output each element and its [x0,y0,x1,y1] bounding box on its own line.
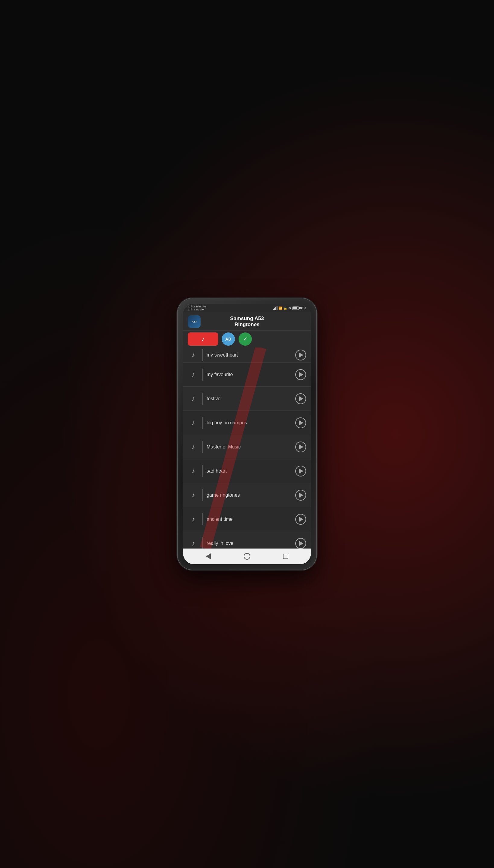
list-item[interactable]: ♪ festive [183,387,311,411]
signal-icon [273,306,278,310]
play-button[interactable] [295,514,306,525]
song-title: my favourite [207,372,292,377]
divider [202,349,203,361]
ad-bar: ♪ AD ✓ [183,331,311,348]
play-icon [299,445,303,449]
play-icon [299,493,303,498]
shield-icon: ✓ [243,336,248,342]
divider [202,465,203,477]
status-icons: 📶 🔒 ⚙ 8:53 [273,306,306,310]
recent-icon [283,554,288,559]
status-bar: China Telecom China Mobile 📶 🔒 ⚙ [183,304,311,312]
phone-wrapper: China Telecom China Mobile 📶 🔒 ⚙ [178,298,316,570]
list-item[interactable]: ♪ game ringtones [183,483,311,507]
list-item[interactable]: ♪ ancient time [183,507,311,531]
phone-screen: China Telecom China Mobile 📶 🔒 ⚙ [183,304,311,564]
music-note-icon: ♪ [188,351,199,359]
app-icon: A53 [188,315,201,328]
play-button[interactable] [295,417,306,428]
song-title: game ringtones [207,492,292,498]
song-title: really in love [207,541,292,546]
song-title: big boy on campus [207,420,292,426]
song-title: festive [207,396,292,401]
song-title: ancient time [207,517,292,522]
carrier1-label: China Telecom [188,305,206,308]
play-button[interactable] [295,441,306,452]
song-title: sad heart [207,468,292,474]
app-icon-label: A53 [192,320,197,323]
play-button[interactable] [295,350,306,360]
bluetooth-icon: ⚙ [288,307,291,310]
divider [202,369,203,381]
home-button[interactable] [243,552,251,560]
app-title-line2: Ringtones [204,321,290,328]
music-note-icon: ♪ [188,371,199,378]
battery-icon [292,307,299,310]
music-note-icon: ♪ [202,335,205,343]
play-icon [299,517,303,522]
home-icon [244,553,250,560]
music-note-icon: ♪ [188,491,199,499]
back-icon [206,553,211,559]
play-button[interactable] [295,538,306,549]
divider [202,441,203,453]
wifi-icon: 🔒 [284,307,287,310]
music-note-icon: ♪ [188,467,199,475]
carrier2-label: China Mobile [188,308,206,311]
list-item[interactable]: ♪ my favourite [183,362,311,387]
ad-shield[interactable]: ✓ [239,332,252,346]
music-note-icon: ♪ [188,515,199,523]
list-item[interactable]: ♪ big boy on campus [183,411,311,435]
song-list[interactable]: ♪ my sweetheart ♪ my favourite [183,348,311,549]
play-icon [299,372,303,377]
network-icon: 📶 [279,307,282,310]
divider [202,513,203,525]
list-item[interactable]: ♪ Master of Music [183,435,311,459]
play-icon [299,469,303,473]
song-title: Master of Music [207,444,292,450]
phone-frame: China Telecom China Mobile 📶 🔒 ⚙ [178,298,316,570]
navigation-bar [183,549,311,564]
music-note-icon: ♪ [188,395,199,403]
divider [202,489,203,501]
play-icon [299,396,303,401]
play-icon [299,420,303,425]
music-note-icon: ♪ [188,443,199,451]
divider [202,393,203,405]
play-icon [299,541,303,546]
play-icon [299,353,303,357]
app-header: A53 Samsung A53 Ringtones [183,312,311,331]
recent-button[interactable] [281,552,290,560]
time-display: 8:53 [300,307,306,310]
list-item[interactable]: ♪ my sweetheart [183,348,311,362]
play-button[interactable] [295,369,306,380]
app-icon-inner: A53 [188,315,201,328]
app-title: Samsung A53 Ringtones [204,316,290,328]
song-title: my sweetheart [207,352,292,358]
ad-music-button[interactable]: ♪ [188,332,218,346]
play-button[interactable] [295,466,306,476]
carrier-info: China Telecom China Mobile [188,305,206,311]
list-item[interactable]: ♪ sad heart [183,459,311,483]
play-button[interactable] [295,490,306,500]
app-title-line1: Samsung A53 [204,316,290,321]
play-button[interactable] [295,393,306,404]
music-note-icon: ♪ [188,419,199,427]
divider [202,537,203,549]
music-note-icon: ♪ [188,539,199,547]
back-button[interactable] [204,552,213,560]
divider [202,417,203,429]
ad-avatar-label: AD [225,337,231,341]
list-item[interactable]: ♪ really in love [183,531,311,549]
ad-avatar[interactable]: AD [222,332,235,346]
